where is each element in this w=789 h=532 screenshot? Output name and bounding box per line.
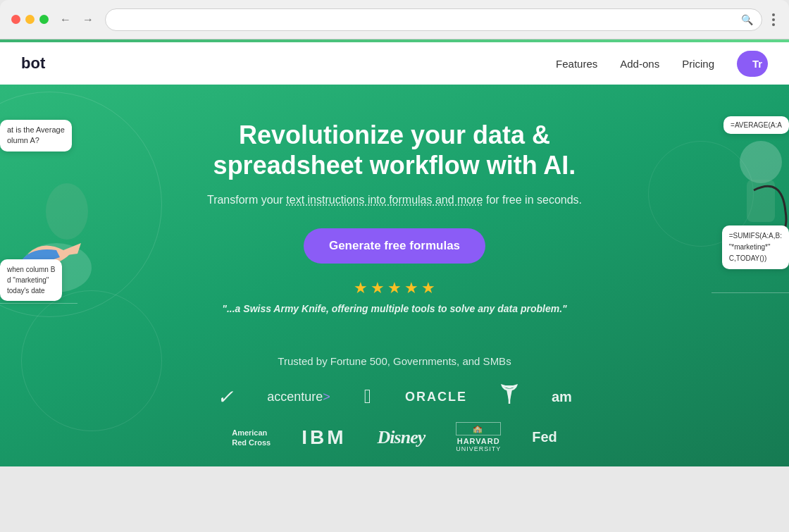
back-button[interactable]: ←	[56, 10, 75, 30]
chat-bubble-left-2: when column B d "marketing" today's date	[0, 259, 62, 301]
nav-links: Features Add-ons Pricing Tr	[556, 51, 768, 77]
hero-quote: "...a Swiss Army Knife, offering multipl…	[169, 303, 620, 314]
traffic-light-yellow[interactable]	[25, 15, 35, 24]
logo-harvard: 🏫 HARVARD UNIVERSITY	[456, 422, 501, 452]
logo-amazon-partial: am	[552, 389, 572, 405]
logo-nike: ✓	[217, 385, 233, 409]
star-1: ★	[354, 279, 368, 297]
nav-link-pricing[interactable]: Pricing	[682, 58, 714, 70]
logo-tesla	[501, 384, 518, 409]
chat-bubble-right-1: =AVERAGE(A:A	[723, 116, 789, 134]
browser-menu[interactable]	[769, 11, 778, 29]
logo-fedex-partial: Fed	[532, 429, 557, 445]
logo-disney: Disney	[378, 427, 425, 448]
site-navbar: bot Features Add-ons Pricing Tr	[0, 42, 789, 85]
hero-section: at is the Average olumn A? when column B…	[0, 85, 789, 466]
nav-link-features[interactable]: Features	[556, 58, 597, 70]
cta-generate-button[interactable]: Generate free formulas	[304, 228, 485, 264]
chat-bubble-right-2: =SUMIFS(A:A,B: "*marketing*" C,TODAY())	[722, 225, 789, 269]
nav-cta-button[interactable]: Tr	[737, 51, 768, 77]
svg-point-2	[740, 141, 782, 183]
nav-arrows: ← →	[56, 10, 98, 30]
logo-apple: 	[364, 385, 371, 408]
stars-row: ★ ★ ★ ★ ★	[169, 279, 620, 297]
browser-chrome: ← → 🔍	[0, 0, 789, 39]
logos-row-2: AmericanRed Cross IBM Disney 🏫 HARVARD U…	[0, 422, 789, 452]
traffic-light-red[interactable]	[11, 15, 20, 24]
traffic-lights	[11, 15, 49, 24]
star-3: ★	[387, 279, 402, 297]
star-4: ★	[404, 279, 418, 297]
hero-content: Revolutionize your data & spreadsheet wo…	[155, 120, 634, 314]
hero-subtitle: Transform your text instructions into fo…	[169, 192, 620, 209]
url-input[interactable]	[114, 14, 735, 25]
search-icon: 🔍	[741, 14, 753, 25]
nav-link-addons[interactable]: Add-ons	[620, 58, 659, 70]
svg-point-1	[46, 183, 88, 240]
logo-accenture: accenture>	[267, 390, 330, 404]
forward-button[interactable]: →	[78, 10, 98, 30]
logo-oracle: ORACLE	[405, 390, 467, 404]
star-5: ★	[421, 279, 435, 297]
logo-american-red-cross: AmericanRed Cross	[232, 428, 271, 448]
star-2: ★	[371, 279, 385, 297]
address-bar[interactable]: 🔍	[105, 8, 762, 31]
chat-bubble-left-1: at is the Average olumn A?	[0, 120, 72, 151]
logo-ibm: IBM	[302, 426, 346, 449]
hero-title: Revolutionize your data & spreadsheet wo…	[169, 120, 620, 180]
line-decoration-left	[0, 303, 77, 304]
site-logo[interactable]: bot	[21, 54, 45, 73]
line-decoration-right	[712, 292, 789, 293]
traffic-light-green[interactable]	[39, 15, 49, 24]
